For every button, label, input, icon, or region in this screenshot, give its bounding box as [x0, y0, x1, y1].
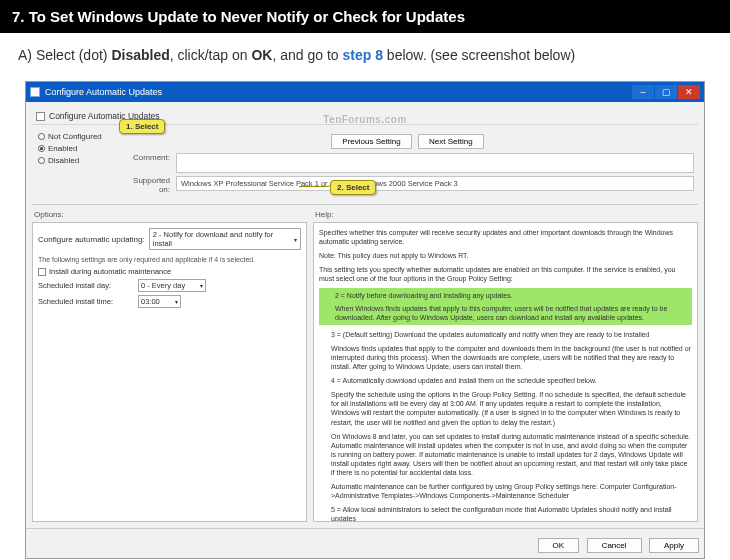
screenshot-container: TenForums.com 1. Select 2. Select Config… — [25, 81, 705, 559]
maximize-button[interactable]: ▢ — [655, 85, 677, 99]
instruction-text: A) Select (dot) Disabled, click/tap on O… — [0, 33, 730, 81]
minimize-button[interactable]: – — [632, 85, 654, 99]
step-link[interactable]: step 8 — [343, 47, 383, 63]
policy-icon — [36, 112, 45, 121]
chevron-down-icon: ▾ — [294, 236, 297, 243]
configure-dropdown[interactable]: 2 - Notify for download and notify for i… — [149, 228, 301, 250]
close-button[interactable]: ✕ — [678, 85, 700, 99]
window-titlebar: Configure Automatic Updates – ▢ ✕ — [26, 82, 704, 102]
options-panel: Configure automatic updating: 2 - Notify… — [32, 222, 307, 522]
window-icon — [30, 87, 40, 97]
chevron-down-icon: ▾ — [200, 282, 203, 289]
next-setting-button[interactable]: Next Setting — [418, 134, 484, 149]
help-panel[interactable]: Specifies whether this computer will rec… — [313, 222, 698, 522]
window-title: Configure Automatic Updates — [45, 87, 632, 97]
supported-label: Supported on: — [121, 176, 176, 194]
radio-disabled[interactable]: Disabled — [38, 156, 115, 165]
callout-select-1: 1. Select — [119, 119, 165, 134]
supported-value: Windows XP Professional Service Pack 1 o… — [176, 176, 694, 191]
step-header: 7. To Set Windows Update to Never Notify… — [0, 0, 730, 33]
chevron-down-icon: ▾ — [175, 298, 178, 305]
state-radio-group: Not Configured Enabled Disabled — [32, 128, 117, 199]
configure-label: Configure automatic updating: — [38, 235, 145, 244]
cancel-button[interactable]: Cancel — [587, 538, 642, 553]
watermark: TenForums.com — [323, 114, 407, 125]
apply-button[interactable]: Apply — [649, 538, 699, 553]
install-day-label: Scheduled install day: — [38, 281, 138, 290]
callout-select-2: 2. Select — [330, 180, 376, 195]
install-time-label: Scheduled install time: — [38, 297, 138, 306]
highlighted-option: 2 = Notify before downloading and instal… — [319, 288, 692, 324]
install-time-dropdown[interactable]: 03:00▾ — [138, 295, 181, 308]
comment-label: Comment: — [121, 153, 176, 162]
previous-setting-button[interactable]: Previous Setting — [331, 134, 411, 149]
options-note: The following settings are only required… — [38, 256, 301, 263]
maintenance-checkbox[interactable]: Install during automatic maintenance — [38, 267, 301, 276]
dialog-footer: OK Cancel Apply — [26, 528, 704, 558]
options-header: Options: — [32, 210, 307, 219]
radio-not-configured[interactable]: Not Configured — [38, 132, 115, 141]
radio-enabled[interactable]: Enabled — [38, 144, 115, 153]
install-day-dropdown[interactable]: 0 - Every day▾ — [138, 279, 206, 292]
ok-button[interactable]: OK — [538, 538, 580, 553]
help-header: Help: — [313, 210, 698, 219]
comment-input[interactable] — [176, 153, 694, 173]
